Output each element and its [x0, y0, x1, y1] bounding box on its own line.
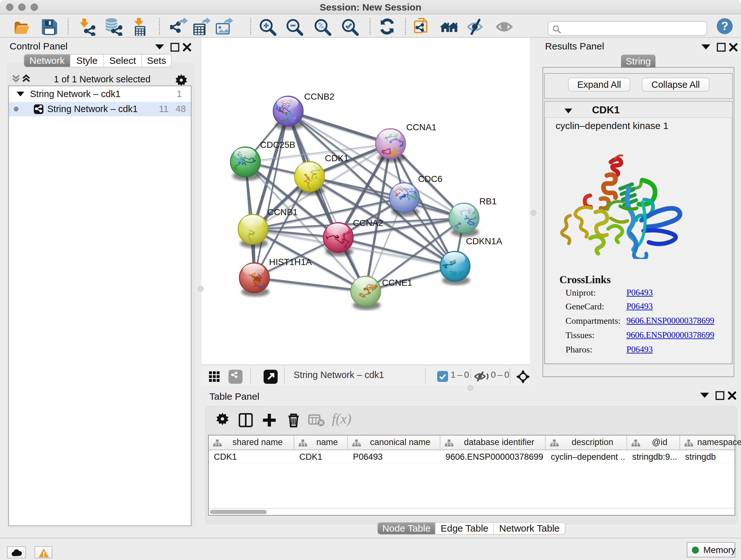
svg-text:CCNB2: CCNB2 [304, 91, 334, 102]
svg-text:CDKN1A: CDKN1A [466, 236, 502, 246]
svg-text:CCNA1: CCNA1 [406, 122, 436, 132]
svg-text:CDC25B: CDC25B [260, 140, 295, 150]
svg-text:CCNA2: CCNA2 [353, 218, 383, 228]
svg-text:RB1: RB1 [479, 196, 496, 206]
svg-text:CCNB1: CCNB1 [267, 207, 298, 217]
svg-text:CDC6: CDC6 [418, 174, 442, 184]
svg-text:HIST1H1A: HIST1H1A [269, 257, 312, 267]
svg-text:CDK1: CDK1 [325, 153, 349, 163]
svg-text:CCNE1: CCNE1 [382, 278, 412, 288]
